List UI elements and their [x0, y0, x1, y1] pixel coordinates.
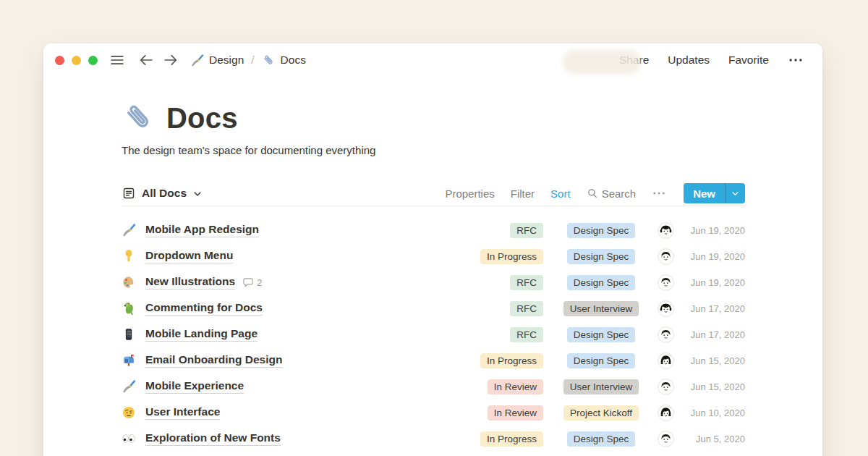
edited-date: Jun 15, 2020: [686, 381, 745, 392]
docs-list-icon: [122, 186, 136, 200]
table-row: Mobile App Redesign RFC Design Spec Jun …: [122, 217, 745, 243]
doc-title-link[interactable]: Mobile Experience: [145, 379, 244, 394]
table-row: Commenting for Docs RFC User Interview J…: [122, 295, 745, 321]
woman-headphones-avatar[interactable]: [658, 222, 674, 239]
doc-type-tag[interactable]: Design Spec: [567, 223, 636, 238]
palette-icon: [122, 275, 136, 290]
man-avatar[interactable]: [658, 431, 674, 447]
doc-title-link[interactable]: Email Onboarding Design: [145, 353, 282, 368]
doc-type-tag[interactable]: Design Spec: [567, 431, 636, 447]
eyes-icon: [122, 431, 136, 446]
table-row: User Interface In Review Project Kickoff…: [122, 400, 745, 426]
paintbrush-icon: [190, 54, 204, 67]
doc-title-link[interactable]: New Illustrations: [145, 275, 235, 290]
page-title: Docs: [166, 102, 238, 135]
toolbar-more-icon[interactable]: [652, 186, 666, 200]
breadcrumb-item-docs[interactable]: Docs: [262, 54, 306, 67]
table-row: Dropdown Menu In Progress Design Spec Ju…: [122, 243, 745, 269]
edited-date: Jun 19, 2020: [686, 225, 745, 236]
table-row: Exploration of New Fonts In Progress Des…: [122, 426, 745, 452]
mailbox-icon: [122, 353, 136, 368]
paperclip-icon: [262, 54, 276, 67]
window-topbar: Design / Docs Share Updates Favorite: [43, 43, 822, 77]
edited-date: Jun 17, 2020: [686, 329, 745, 340]
woman-avatar[interactable]: [658, 405, 674, 421]
app-window: Design / Docs Share Updates Favorite Doc…: [43, 43, 822, 456]
search-label: Search: [602, 187, 637, 200]
minimize-window-button[interactable]: [72, 56, 81, 65]
doc-title-link[interactable]: Commenting for Docs: [145, 301, 263, 316]
doc-type-tag[interactable]: User Interview: [563, 301, 639, 316]
page-content: Docs The design team's space for documen…: [43, 101, 822, 452]
comment-count-badge[interactable]: 2: [242, 276, 263, 288]
doc-type-tag[interactable]: Design Spec: [567, 249, 636, 264]
status-tag[interactable]: In Review: [488, 379, 543, 394]
new-button-label[interactable]: New: [684, 183, 725, 203]
edited-date: Jun 17, 2020: [686, 303, 745, 314]
man-avatar[interactable]: [658, 248, 674, 265]
doc-title-link[interactable]: Exploration of New Fonts: [145, 431, 281, 446]
status-tag[interactable]: RFC: [510, 275, 543, 290]
view-selector-dropdown[interactable]: All Docs: [122, 186, 203, 200]
mobile-icon: [122, 327, 136, 342]
blurred-area: [563, 50, 641, 75]
woman-headphones-avatar[interactable]: [658, 300, 674, 317]
doc-title-link[interactable]: User Interface: [145, 405, 220, 420]
topbar-actions: Share Updates Favorite: [619, 52, 804, 68]
window-controls: [55, 56, 98, 65]
back-arrow-icon[interactable]: [138, 52, 154, 68]
properties-button[interactable]: Properties: [445, 187, 494, 200]
doc-type-tag[interactable]: Design Spec: [567, 353, 636, 368]
table-row: New Illustrations 2 RFC Design Spec Jun …: [122, 269, 745, 295]
table-row: Email Onboarding Design In Progress Desi…: [122, 347, 745, 373]
history-navigation: [138, 52, 179, 68]
doc-title-link[interactable]: Mobile App Redesign: [145, 223, 259, 237]
doc-title-link[interactable]: Mobile Landing Page: [145, 327, 258, 342]
status-tag[interactable]: In Review: [488, 405, 543, 421]
breadcrumb: Design / Docs: [190, 54, 306, 67]
doc-type-tag[interactable]: User Interview: [563, 379, 639, 394]
new-button[interactable]: New: [684, 183, 745, 203]
status-tag[interactable]: RFC: [510, 301, 543, 316]
status-tag[interactable]: In Progress: [480, 431, 543, 447]
chevron-down-icon: [192, 189, 203, 199]
page-subtitle: The design team's space for documenting …: [122, 144, 745, 156]
doc-title-link[interactable]: Dropdown Menu: [145, 249, 233, 263]
doc-type-tag[interactable]: Design Spec: [567, 327, 636, 342]
updates-button[interactable]: Updates: [668, 54, 710, 67]
sort-button[interactable]: Sort: [550, 187, 571, 200]
page-background: { "colors": { "accent_blue": "#2EAADC", …: [0, 0, 868, 456]
breadcrumb-separator: /: [249, 54, 256, 67]
point-down-icon: [122, 249, 136, 263]
breadcrumb-item-design[interactable]: Design: [190, 54, 244, 67]
zoom-window-button[interactable]: [88, 56, 98, 65]
man-avatar[interactable]: [658, 379, 674, 395]
comment-count: 2: [257, 277, 263, 288]
table-row: Mobile Landing Page RFC Design Spec Jun …: [122, 321, 745, 347]
doc-type-tag[interactable]: Design Spec: [567, 275, 636, 290]
parrot-icon: [122, 301, 136, 316]
favorite-button[interactable]: Favorite: [728, 54, 769, 67]
status-tag[interactable]: RFC: [510, 327, 543, 342]
status-tag[interactable]: In Progress: [480, 353, 543, 368]
docs-table: Mobile App Redesign RFC Design Spec Jun …: [122, 217, 745, 452]
close-window-button[interactable]: [55, 56, 64, 65]
doc-type-tag[interactable]: Project Kickoff: [563, 405, 639, 421]
man-avatar[interactable]: [658, 326, 674, 343]
man-avatar[interactable]: [658, 274, 674, 291]
edited-date: Jun 19, 2020: [686, 277, 745, 288]
forward-arrow-icon[interactable]: [163, 52, 179, 68]
hamburger-menu-icon[interactable]: [109, 52, 125, 68]
status-tag[interactable]: In Progress: [480, 249, 543, 264]
woman-avatar[interactable]: [658, 352, 674, 369]
search-button[interactable]: Search: [587, 187, 637, 200]
view-toolbar: All Docs Properties Filter Sort Search N…: [122, 181, 745, 206]
filter-button[interactable]: Filter: [511, 187, 535, 200]
search-icon: [587, 187, 598, 199]
breadcrumb-label: Design: [209, 54, 244, 67]
chevron-down-icon[interactable]: [726, 183, 745, 203]
comment-icon: [242, 276, 254, 288]
paintbrush-icon: [122, 223, 136, 237]
status-tag[interactable]: RFC: [510, 223, 543, 238]
more-options-icon[interactable]: [788, 52, 804, 68]
